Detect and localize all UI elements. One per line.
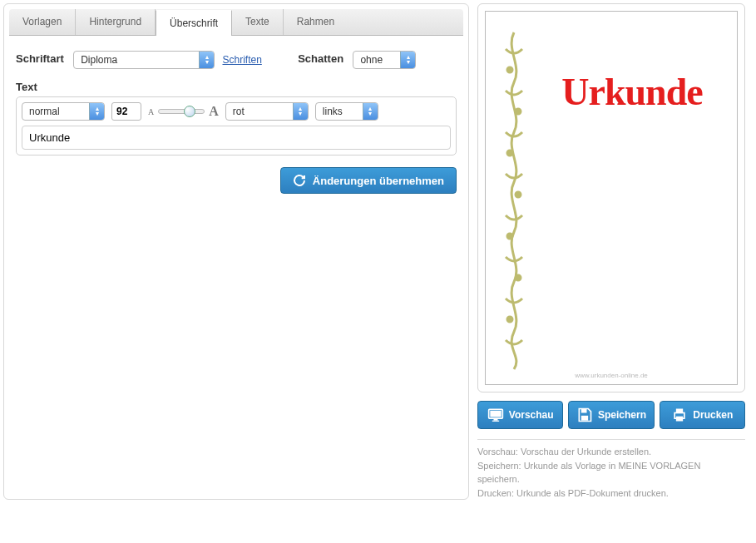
svg-point-5 (516, 275, 521, 280)
color-select[interactable]: rot (225, 102, 309, 121)
save-button[interactable]: Speichern (568, 401, 654, 429)
preview-panel: Urkunde www.urkunden-online.de Vorschau … (477, 3, 745, 500)
svg-rect-11 (581, 409, 587, 413)
svg-rect-10 (492, 421, 499, 422)
help-line-print: Drucken: Urkunde als PDF-Dokument drucke… (477, 486, 745, 501)
print-icon (671, 407, 688, 423)
svg-point-4 (507, 234, 512, 239)
certificate-title: Urkunde (537, 70, 727, 114)
text-section-label: Text (16, 81, 450, 93)
slider-a-small: A (148, 107, 154, 116)
help-text: Vorschau: Vorschau der Urkunde erstellen… (477, 445, 745, 500)
apply-button-label: Änderungen übernehmen (313, 175, 444, 187)
tab-ueberschrift[interactable]: Überschrift (156, 10, 232, 36)
svg-point-0 (507, 67, 512, 72)
fonts-link[interactable]: Schriften (222, 54, 261, 66)
tab-rahmen[interactable]: Rahmen (284, 9, 348, 35)
preview-button[interactable]: Vorschau (477, 401, 563, 429)
heading-text-input[interactable] (22, 126, 451, 150)
preview-box: Urkunde www.urkunden-online.de (477, 3, 745, 392)
preview-button-label: Vorschau (509, 409, 554, 421)
print-button-label: Drucken (693, 409, 733, 421)
certificate-footer: www.urkunden-online.de (486, 372, 737, 379)
svg-point-6 (507, 317, 512, 322)
svg-rect-9 (493, 419, 497, 421)
font-select[interactable]: Diploma (73, 51, 215, 69)
certificate-preview: Urkunde www.urkunden-online.de (485, 11, 738, 385)
tab-vorlagen[interactable]: Vorlagen (9, 9, 76, 35)
tab-texte[interactable]: Texte (232, 9, 284, 35)
ornament-icon (497, 24, 531, 373)
help-line-save: Speichern: Urkunde als Vorlage in MEINE … (477, 459, 745, 486)
save-icon (576, 407, 593, 423)
size-slider[interactable] (158, 109, 205, 114)
size-slider-wrap: A A (148, 104, 219, 119)
text-settings-box: normal A A rot links (16, 96, 457, 155)
align-select[interactable]: links (315, 102, 378, 121)
font-label: Schriftart (16, 52, 64, 65)
svg-rect-12 (581, 416, 588, 421)
svg-point-3 (516, 192, 521, 197)
shadow-select[interactable]: ohne (353, 51, 416, 69)
apply-button[interactable]: Änderungen übernehmen (280, 167, 457, 194)
svg-rect-14 (676, 409, 683, 413)
monitor-icon (487, 407, 504, 423)
refresh-icon (293, 174, 306, 187)
save-button-label: Speichern (598, 409, 646, 421)
tab-bar: Vorlagen Hintergrund Überschrift Texte R… (9, 9, 463, 36)
svg-point-2 (507, 151, 512, 155)
svg-rect-8 (490, 411, 501, 417)
size-input[interactable] (111, 102, 141, 121)
svg-rect-15 (676, 417, 683, 422)
editor-panel: Vorlagen Hintergrund Überschrift Texte R… (3, 3, 469, 500)
print-button[interactable]: Drucken (660, 401, 745, 429)
help-line-preview: Vorschau: Vorschau der Urkunde erstellen… (477, 445, 745, 459)
tab-hintergrund[interactable]: Hintergrund (76, 9, 156, 35)
svg-point-1 (516, 109, 521, 114)
slider-a-big: A (209, 104, 219, 119)
divider (477, 439, 745, 440)
shadow-label: Schatten (298, 52, 343, 65)
style-select[interactable]: normal (22, 102, 105, 121)
